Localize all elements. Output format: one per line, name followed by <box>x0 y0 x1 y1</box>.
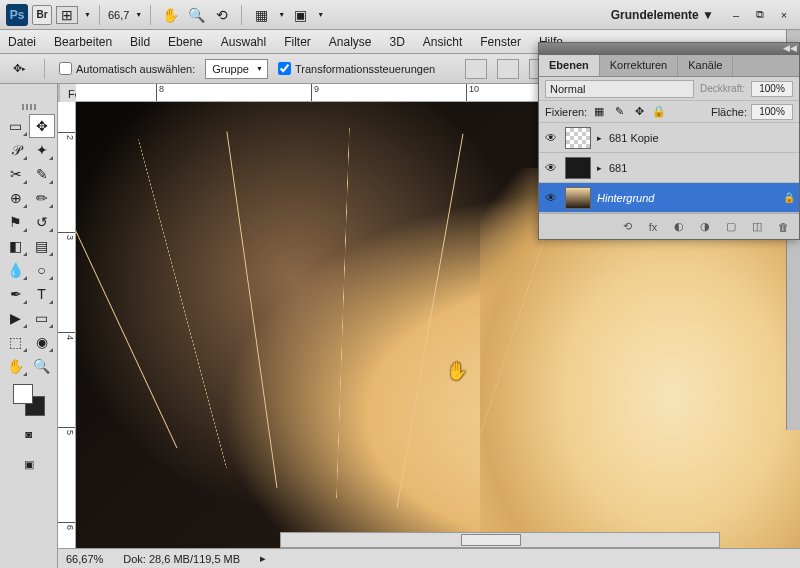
scrollbar-horizontal[interactable] <box>280 532 720 548</box>
brush-tool[interactable]: ✏ <box>29 186 55 210</box>
menu-bild[interactable]: Bild <box>130 35 150 49</box>
layer-thumbnail[interactable] <box>565 127 591 149</box>
hand-cursor-icon: ✋ <box>446 360 468 382</box>
lock-pixels-icon[interactable]: ✎ <box>611 104 627 120</box>
3d-camera-tool[interactable]: ◉ <box>29 330 55 354</box>
layer-name[interactable]: Hintergrund <box>597 192 777 204</box>
photoshop-logo-icon: Ps <box>6 4 28 26</box>
screen-mode-icon[interactable]: ▣ <box>289 4 311 26</box>
gradient-tool[interactable]: ▤ <box>29 234 55 258</box>
visibility-icon[interactable]: 👁 <box>543 190 559 206</box>
blend-mode-dropdown[interactable]: Normal <box>545 80 694 98</box>
fg-color-swatch[interactable] <box>13 384 33 404</box>
layer-name[interactable]: 681 <box>609 162 795 174</box>
arrange-docs-icon[interactable]: ▦ <box>250 4 272 26</box>
fill-value[interactable]: 100% <box>751 104 793 120</box>
menu-filter[interactable]: Filter <box>284 35 311 49</box>
rotate-view-icon[interactable]: ⟲ <box>211 4 233 26</box>
layer-row[interactable]: 👁 ▸ 681 <box>539 153 799 183</box>
statusbar: 66,67% Dok: 28,6 MB/119,5 MB ▸ <box>58 548 800 568</box>
workspace-switcher[interactable]: Grundelemente ▼ <box>611 8 714 22</box>
bridge-icon[interactable]: Br <box>32 5 52 25</box>
titlebar: Ps Br ▼ 66,7▼ ✋ 🔍 ⟲ ▦▼ ▣▼ Grundelemente … <box>0 0 800 30</box>
history-brush-tool[interactable]: ↺ <box>29 210 55 234</box>
link-layers-icon[interactable]: ⟲ <box>619 219 635 235</box>
color-swatches[interactable] <box>13 384 45 416</box>
opacity-value[interactable]: 100% <box>751 81 793 97</box>
menu-ansicht[interactable]: Ansicht <box>423 35 462 49</box>
layer-thumbnail[interactable] <box>565 187 591 209</box>
panel-footer: ⟲ fx ◐ ◑ ▢ ◫ 🗑 <box>539 213 799 239</box>
marquee-tool[interactable]: ▭ <box>3 114 29 138</box>
layer-name[interactable]: 681 Kopie <box>609 132 795 144</box>
autoselect-check[interactable]: Automatisch auswählen: <box>59 62 195 75</box>
menu-fenster[interactable]: Fenster <box>480 35 521 49</box>
zoom-tool-icon[interactable]: 🔍 <box>185 4 207 26</box>
healing-tool[interactable]: ⊕ <box>3 186 29 210</box>
pen-tool[interactable]: ✒ <box>3 282 29 306</box>
hand-tool-icon[interactable]: ✋ <box>159 4 181 26</box>
stamp-tool[interactable]: ⚑ <box>3 210 29 234</box>
lock-label: Fixieren: <box>545 106 587 118</box>
screenmode-icon[interactable]: ▣ <box>16 452 42 476</box>
autoselect-dropdown[interactable]: Gruppe <box>205 59 268 79</box>
menu-bearbeiten[interactable]: Bearbeiten <box>54 35 112 49</box>
3d-tool[interactable]: ⬚ <box>3 330 29 354</box>
new-layer-icon[interactable]: ◫ <box>749 219 765 235</box>
minibridge-icon[interactable] <box>56 6 78 24</box>
layer-row[interactable]: 👁 ▸ 681 Kopie <box>539 123 799 153</box>
align-vcenter-icon[interactable] <box>497 59 519 79</box>
menu-ebene[interactable]: Ebene <box>168 35 203 49</box>
group-icon[interactable]: ▢ <box>723 219 739 235</box>
menu-analyse[interactable]: Analyse <box>329 35 372 49</box>
zoom-tool[interactable]: 🔍 <box>29 354 55 378</box>
path-select-tool[interactable]: ▶ <box>3 306 29 330</box>
shape-tool[interactable]: ▭ <box>29 306 55 330</box>
menu-3d[interactable]: 3D <box>390 35 405 49</box>
minimize-icon[interactable]: – <box>728 8 744 22</box>
status-dok[interactable]: Dok: 28,6 MB/119,5 MB <box>123 553 240 565</box>
align-top-icon[interactable] <box>465 59 487 79</box>
hand-tool[interactable]: ✋ <box>3 354 29 378</box>
eyedropper-tool[interactable]: ✎ <box>29 162 55 186</box>
ruler-vertical[interactable]: 2 3 4 5 6 <box>58 102 76 548</box>
layer-thumbnail[interactable] <box>565 157 591 179</box>
close-icon[interactable]: × <box>776 8 792 22</box>
delete-layer-icon[interactable]: 🗑 <box>775 219 791 235</box>
lasso-tool[interactable]: 𝒫 <box>3 138 29 162</box>
menu-auswahl[interactable]: Auswahl <box>221 35 266 49</box>
status-zoom[interactable]: 66,67% <box>66 553 103 565</box>
zoom-value[interactable]: 66,7 <box>108 9 129 21</box>
type-tool[interactable]: T <box>29 282 55 306</box>
visibility-icon[interactable]: 👁 <box>543 130 559 146</box>
lock-icon: 🔒 <box>783 192 795 203</box>
lock-all-icon[interactable]: 🔒 <box>651 104 667 120</box>
lock-transparency-icon[interactable]: ▦ <box>591 104 607 120</box>
quickmask-icon[interactable]: ◙ <box>16 422 42 446</box>
lock-position-icon[interactable]: ✥ <box>631 104 647 120</box>
move-tool[interactable]: ✥ <box>29 114 55 138</box>
dodge-tool[interactable]: ○ <box>29 258 55 282</box>
tab-kanale[interactable]: Kanäle <box>678 55 733 76</box>
restore-icon[interactable]: ⧉ <box>752 8 768 22</box>
layer-row[interactable]: 👁 Hintergrund 🔒 <box>539 183 799 213</box>
fill-label: Fläche: <box>711 106 747 118</box>
layers-panel: ◀◀ Ebenen Korrekturen Kanäle Normal Deck… <box>538 42 800 240</box>
menu-datei[interactable]: Datei <box>8 35 36 49</box>
tab-korrekturen[interactable]: Korrekturen <box>600 55 678 76</box>
tab-ebenen[interactable]: Ebenen <box>539 55 600 76</box>
blur-tool[interactable]: 💧 <box>3 258 29 282</box>
crop-tool[interactable]: ✂ <box>3 162 29 186</box>
toolbox: ▭✥ 𝒫✦ ✂✎ ⊕✏ ⚑↺ ◧▤ 💧○ ✒T ▶▭ ⬚◉ ✋🔍 ◙ ▣ <box>0 84 58 568</box>
panel-collapse-icon[interactable]: ◀◀ <box>783 43 797 53</box>
visibility-icon[interactable]: 👁 <box>543 160 559 176</box>
layer-mask-icon[interactable]: ◐ <box>671 219 687 235</box>
adjustment-layer-icon[interactable]: ◑ <box>697 219 713 235</box>
wand-tool[interactable]: ✦ <box>29 138 55 162</box>
layer-style-icon[interactable]: fx <box>645 219 661 235</box>
transform-check[interactable]: Transformationssteuerungen <box>278 62 435 75</box>
eraser-tool[interactable]: ◧ <box>3 234 29 258</box>
move-tool-indicator-icon: ✥▸ <box>8 58 30 80</box>
opacity-label: Deckkraft: <box>700 83 745 94</box>
